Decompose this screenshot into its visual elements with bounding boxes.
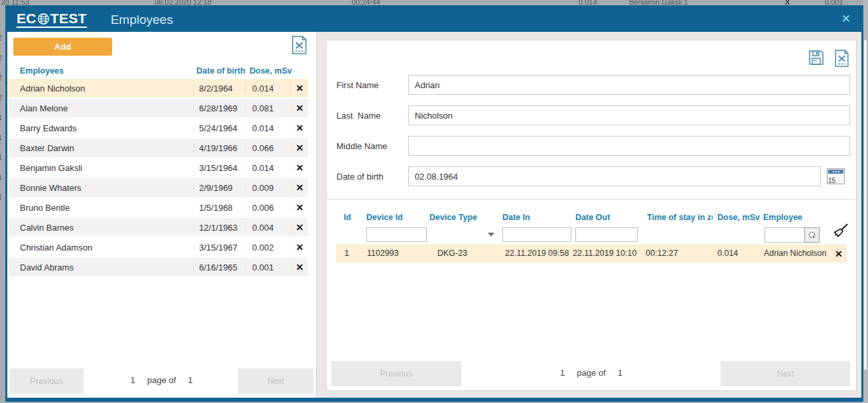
date-out-filter-input[interactable] [575, 227, 638, 242]
window-body: Add Employees Date of birth Dose, mSv Ad… [7, 32, 861, 398]
employee-name: Calvin Barnes [8, 223, 193, 233]
employee-name: Christian Adamson [8, 243, 193, 253]
column-header-device-id[interactable]: Device Id [366, 213, 403, 222]
employee-name: Adrian Nicholson [8, 84, 193, 93]
column-header-employees[interactable]: Employees [20, 66, 64, 76]
ecotest-logo: EC TEST [17, 11, 87, 28]
delete-icon[interactable]: ✕ [291, 222, 308, 233]
table-row[interactable]: Benjamin Gaksli 3/15/1964 0.014 ✕ [8, 158, 308, 177]
device-table-pagination: Previous 1page of1 Next [326, 361, 856, 388]
detail-toolbar [808, 49, 850, 70]
table-row[interactable]: Christian Adamson 3/15/1967 0.002 ✕ [8, 238, 308, 257]
delete-icon[interactable]: ✕ [291, 83, 308, 93]
middle-name-field[interactable] [408, 136, 850, 156]
employee-dose: 0.081 [245, 103, 291, 113]
save-icon[interactable] [808, 49, 825, 70]
employee-dob: 6/28/1969 [193, 103, 245, 113]
next-page-button[interactable]: Next [238, 369, 313, 394]
logo-text-right: TEST [50, 11, 87, 25]
globe-icon [37, 13, 50, 25]
last-name-row: Last Name [336, 105, 850, 125]
employee-name: Barry Edwards [8, 123, 193, 133]
date-in-filter-input[interactable] [502, 227, 571, 242]
total-pages: 1 [188, 375, 192, 385]
delete-icon[interactable]: ✕ [291, 162, 308, 173]
delete-icon[interactable]: ✕ [835, 249, 843, 259]
delete-icon[interactable]: ✕ [291, 123, 308, 133]
employee-dose: 0.002 [245, 243, 291, 253]
background-scrollbar-track [863, 0, 868, 403]
column-header-dob[interactable]: Date of birth [196, 66, 246, 76]
delete-icon[interactable]: ✕ [291, 262, 308, 272]
table-row[interactable]: Calvin Barnes 12/1/1963 0.004 ✕ [8, 218, 308, 237]
delete-icon[interactable]: ✕ [291, 242, 308, 253]
table-row[interactable]: Adrian Nicholson 8/2/1964 0.014 ✕ [8, 79, 308, 97]
employee-dose: 0.014 [245, 123, 291, 133]
column-header-date-out[interactable]: Date Out [575, 213, 610, 222]
delete-icon[interactable]: ✕ [291, 103, 308, 113]
delete-icon[interactable]: ✕ [291, 143, 308, 153]
column-header-device-type[interactable]: Device Type [429, 213, 477, 222]
calendar-icon[interactable]: 15 [827, 168, 845, 184]
device-table-row[interactable]: 1 1102993 DKG-23 22.11.2019 09:58 22.11.… [336, 245, 847, 262]
table-row[interactable]: Bonnie Whaters 2/9/1969 0.009 ✕ [8, 178, 308, 197]
background-left-column: 2 2 2 2 1 1 1 1 1 [0, 28, 5, 207]
first-name-row: First Name [336, 75, 850, 95]
date-of-birth-field[interactable] [408, 166, 821, 186]
excel-export-icon[interactable] [833, 49, 850, 70]
logo-text-left: EC [17, 11, 36, 25]
last-name-label: Last Name [336, 105, 408, 125]
column-header-date-in[interactable]: Date In [502, 213, 530, 222]
employees-pagination: Previous 1page of1 Next [7, 369, 316, 395]
current-page: 1 [131, 375, 135, 385]
table-row[interactable]: Barry Edwards 5/24/1964 0.014 ✕ [8, 119, 308, 137]
employee-name: Alan Melone [8, 103, 193, 113]
employee-dob: 1/5/1968 [193, 203, 245, 213]
table-row[interactable]: Alan Melone 6/28/1969 0.081 ✕ [8, 99, 308, 117]
reading-time-of-stay: 00:12:27 [646, 249, 678, 258]
excel-export-icon[interactable] [291, 35, 308, 58]
page-of-label: page of [147, 375, 176, 385]
table-row[interactable]: Bruno Bentle 1/5/1968 0.006 ✕ [8, 198, 308, 217]
chevron-down-icon[interactable] [488, 233, 494, 237]
reading-date-out: 22.11.2019 10:10 [573, 249, 636, 258]
delete-icon[interactable]: ✕ [291, 182, 308, 193]
last-name-field[interactable] [408, 105, 850, 125]
close-icon[interactable]: ✕ [841, 12, 851, 27]
table-row[interactable]: Baxter Darwin 4/19/1966 0.066 ✕ [8, 139, 308, 157]
employee-dob: 3/15/1967 [193, 243, 245, 253]
column-header-time-of-stay[interactable]: Time of stay in zone [647, 213, 713, 222]
delete-icon[interactable]: ✕ [291, 202, 308, 213]
titlebar: EC TEST Employees ✕ [7, 7, 861, 32]
employee-filter [764, 227, 820, 243]
clear-filters-broom-icon[interactable] [831, 222, 849, 243]
total-pages: 1 [618, 368, 622, 378]
employee-lookup-icon[interactable] [804, 227, 820, 243]
employee-dose: 0.009 [245, 183, 291, 193]
employee-dose: 0.001 [245, 262, 291, 272]
table-row[interactable]: David Abrams 6/16/1965 0.001 ✕ [8, 258, 308, 276]
next-page-button[interactable]: Next [721, 361, 850, 386]
employee-name: Bruno Bentle [8, 203, 193, 213]
employee-name: Bonnie Whaters [8, 183, 193, 193]
employee-dob: 8/2/1964 [193, 84, 245, 93]
reading-employee: Adrian Nicholson [764, 249, 827, 258]
employees-table-header: Employees Date of birth Dose, mSv [7, 66, 316, 78]
column-header-dose[interactable]: Dose, mSv [717, 213, 760, 222]
column-header-dose[interactable]: Dose, mSv [250, 66, 292, 76]
reading-device-id: 1102993 [367, 249, 399, 258]
column-header-employee[interactable]: Employee [763, 213, 802, 222]
employee-filter-input[interactable] [764, 227, 804, 243]
first-name-field[interactable] [408, 75, 850, 95]
device-readings-table: Id Device Id Device Type Date In Date Ou… [326, 200, 856, 352]
column-header-id[interactable]: Id [344, 213, 351, 222]
employee-dose: 0.066 [245, 143, 291, 153]
middle-name-label: Middle Name [336, 136, 408, 156]
date-of-birth-row: Date of birth 15 [336, 166, 850, 186]
employee-dob: 3/15/1964 [193, 163, 245, 173]
middle-name-row: Middle Name [336, 136, 850, 156]
add-employee-button[interactable]: Add [13, 38, 112, 56]
page-of-label: page of [577, 368, 605, 378]
device-id-filter-input[interactable] [366, 227, 427, 242]
employee-name: Benjamin Gaksli [8, 163, 193, 173]
